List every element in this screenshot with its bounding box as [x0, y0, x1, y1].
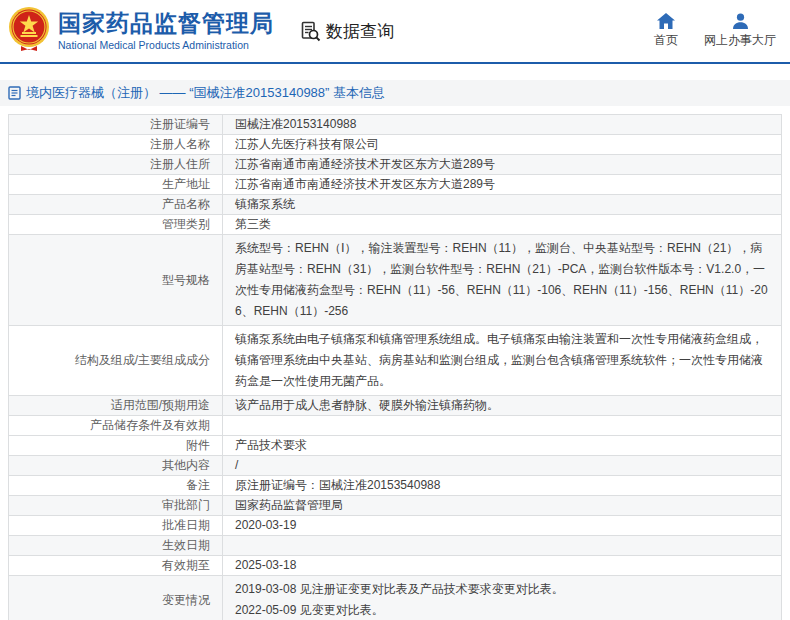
row-label: 结构及组成/主要组成成分	[9, 326, 223, 396]
header-nav: 首页 网上办事大厅	[654, 13, 776, 49]
nav-item-service-hall[interactable]: 网上办事大厅	[704, 13, 776, 49]
row-value: 产品技术要求	[223, 436, 782, 456]
row-label: 批准日期	[9, 516, 223, 536]
row-label: 变更情况	[9, 576, 223, 620]
table-row: 有效期至2025-03-18	[9, 556, 782, 576]
row-value: 该产品用于成人患者静脉、硬膜外输注镇痛药物。	[223, 396, 782, 416]
row-value: 系统型号：REHN（Ⅰ），输注装置型号：REHN（11），监测台、中央基站型号：…	[223, 235, 782, 326]
row-value: 国械注准20153140988	[223, 115, 782, 135]
row-label: 注册证编号	[9, 115, 223, 135]
row-value: 2020-03-19	[223, 516, 782, 536]
table-row: 产品储存条件及有效期	[9, 416, 782, 436]
table-row: 批准日期2020-03-19	[9, 516, 782, 536]
row-value: 镇痛泵系统由电子镇痛泵和镇痛管理系统组成。电子镇痛泵由输注装置和一次性专用储液药…	[223, 326, 782, 396]
table-row: 生产地址江苏省南通市南通经济技术开发区东方大道289号	[9, 175, 782, 195]
row-label: 附件	[9, 436, 223, 456]
row-label: 其他内容	[9, 456, 223, 476]
row-label: 管理类别	[9, 215, 223, 235]
registration-detail-table: 注册证编号国械注准20153140988注册人名称江苏人先医疗科技有限公司注册人…	[8, 114, 782, 620]
document-search-icon	[300, 21, 321, 42]
nav-service-hall-label: 网上办事大厅	[704, 32, 776, 49]
breadcrumb-text: 境内医疗器械（注册） —— “国械注准20153140988” 基本信息	[26, 84, 385, 102]
row-label: 适用范围/预期用途	[9, 396, 223, 416]
table-row: 结构及组成/主要组成成分镇痛泵系统由电子镇痛泵和镇痛管理系统组成。电子镇痛泵由输…	[9, 326, 782, 396]
row-value: 原注册证编号：国械注准20153540988	[223, 476, 782, 496]
row-label: 产品名称	[9, 195, 223, 215]
breadcrumb: 境内医疗器械（注册） —— “国械注准20153140988” 基本信息	[0, 80, 790, 106]
table-row: 变更情况2019-03-08 见注册证变更对比表及产品技术要求变更对比表。 20…	[9, 576, 782, 620]
org-name-en: National Medical Products Administration	[58, 39, 274, 51]
row-value: 江苏省南通市南通经济技术开发区东方大道289号	[223, 175, 782, 195]
detail-table-body: 注册证编号国械注准20153140988注册人名称江苏人先医疗科技有限公司注册人…	[9, 115, 782, 620]
table-row: 注册证编号国械注准20153140988	[9, 115, 782, 135]
table-row: 生效日期	[9, 536, 782, 556]
row-label: 审批部门	[9, 496, 223, 516]
row-label: 产品储存条件及有效期	[9, 416, 223, 436]
table-row: 型号规格系统型号：REHN（Ⅰ），输注装置型号：REHN（11），监测台、中央基…	[9, 235, 782, 326]
row-value: 江苏人先医疗科技有限公司	[223, 135, 782, 155]
page-icon	[8, 86, 21, 100]
row-label: 生效日期	[9, 536, 223, 556]
row-value: 2019-03-08 见注册证变更对比表及产品技术要求变更对比表。 2022-0…	[223, 576, 782, 620]
row-value: 2025-03-18	[223, 556, 782, 576]
org-title-block: 国家药品监督管理局 National Medical Products Admi…	[58, 11, 274, 50]
table-row: 注册人名称江苏人先医疗科技有限公司	[9, 135, 782, 155]
data-query-tab[interactable]: 数据查询	[300, 20, 394, 43]
national-emblem-icon	[8, 6, 50, 52]
table-row: 其他内容/	[9, 456, 782, 476]
row-value: 第三类	[223, 215, 782, 235]
nav-item-home[interactable]: 首页	[654, 13, 678, 49]
row-value	[223, 536, 782, 556]
row-label: 备注	[9, 476, 223, 496]
row-value: 江苏省南通市南通经济技术开发区东方大道289号	[223, 155, 782, 175]
site-header: 国家药品监督管理局 National Medical Products Admi…	[0, 0, 790, 64]
nav-home-label: 首页	[654, 32, 678, 49]
row-label: 生产地址	[9, 175, 223, 195]
user-icon	[732, 13, 749, 29]
org-name-cn: 国家药品监督管理局	[58, 11, 274, 36]
table-row: 适用范围/预期用途该产品用于成人患者静脉、硬膜外输注镇痛药物。	[9, 396, 782, 416]
national-emblem-logo[interactable]	[8, 6, 50, 56]
table-row: 附件产品技术要求	[9, 436, 782, 456]
row-value: 国家药品监督管理局	[223, 496, 782, 516]
row-label: 注册人名称	[9, 135, 223, 155]
home-icon	[657, 13, 675, 29]
table-row: 管理类别第三类	[9, 215, 782, 235]
table-row: 产品名称镇痛泵系统	[9, 195, 782, 215]
row-value: 镇痛泵系统	[223, 195, 782, 215]
table-row: 注册人住所江苏省南通市南通经济技术开发区东方大道289号	[9, 155, 782, 175]
row-label: 有效期至	[9, 556, 223, 576]
row-label: 型号规格	[9, 235, 223, 326]
row-value: /	[223, 456, 782, 476]
row-label: 注册人住所	[9, 155, 223, 175]
table-row: 备注原注册证编号：国械注准20153540988	[9, 476, 782, 496]
data-query-label: 数据查询	[326, 20, 394, 43]
table-row: 审批部门国家药品监督管理局	[9, 496, 782, 516]
row-value	[223, 416, 782, 436]
registration-detail-section: 注册证编号国械注准20153140988注册人名称江苏人先医疗科技有限公司注册人…	[0, 106, 790, 620]
